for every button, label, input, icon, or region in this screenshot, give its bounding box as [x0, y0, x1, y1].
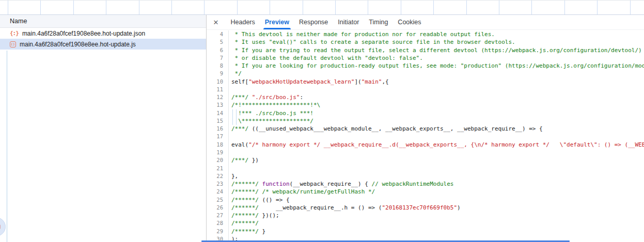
floating-overlay-bubble[interactable]: [0, 217, 6, 236]
code-line: 29/******/ }: [207, 228, 644, 235]
line-number[interactable]: 25: [207, 196, 228, 204]
line-content: * This devtool is neither made for produ…: [228, 30, 644, 38]
line-number[interactable]: 18: [207, 141, 228, 149]
indent-guide: [236, 109, 237, 117]
code-token: /***/: [231, 94, 252, 101]
name-column-header[interactable]: Name: [0, 15, 206, 28]
line-number[interactable]: 9: [207, 70, 228, 77]
line-number[interactable]: 10: [207, 78, 228, 86]
line-content: * If you are looking for production-read…: [228, 62, 644, 70]
line-number[interactable]: 23: [207, 180, 228, 188]
detail-tabs: HeadersPreviewResponseInitiatorTimingCoo…: [226, 15, 426, 29]
code-token: "/* harmony export */ __webpack_require_…: [248, 141, 644, 148]
code-token: function: [262, 181, 290, 187]
line-content: * or disable the default devtool with "d…: [228, 54, 644, 62]
line-number[interactable]: 12: [207, 93, 228, 101]
code-token: /******/: [231, 197, 262, 203]
devtools-network-panel: Name {:}main.4a6f28a0fcef1908e8ee.hot-up…: [0, 0, 644, 242]
request-row[interactable]: {:}main.4a6f28a0fcef1908e8ee.hot-update.…: [0, 28, 206, 39]
line-content: /******/ __webpack_require__.h = () => (…: [228, 204, 644, 212]
code-token: */: [231, 70, 242, 77]
line-number[interactable]: 22: [207, 172, 228, 180]
code-token: },: [231, 173, 238, 180]
line-number[interactable]: 14: [207, 109, 228, 117]
line-number[interactable]: 20: [207, 156, 228, 164]
code-token: ): [457, 204, 461, 211]
line-number[interactable]: 19: [207, 149, 228, 156]
request-rows: {:}main.4a6f28a0fcef1908e8ee.hot-update.…: [0, 28, 206, 50]
line-number[interactable]: 8: [207, 62, 228, 70]
code-token: /******/: [231, 228, 262, 235]
line-number[interactable]: 17: [207, 133, 228, 140]
line-number[interactable]: 15: [207, 117, 228, 125]
code-line: 23/******/ function(__webpack_require__)…: [207, 180, 644, 188]
code-line: 7 * or disable the default devtool with …: [207, 54, 644, 62]
line-number[interactable]: 7: [207, 54, 228, 62]
preview-code-view[interactable]: 4 * This devtool is neither made for pro…: [207, 30, 644, 242]
line-content: /***/ "./src/boo.js":: [228, 93, 644, 101]
code-line: 12/***/ "./src/boo.js":: [207, 93, 644, 101]
code-line: 21: [207, 165, 644, 172]
code-line: 4 * This devtool is neither made for pro…: [207, 30, 644, 38]
line-number[interactable]: 28: [207, 219, 228, 227]
request-detail-pane: ✕ HeadersPreviewResponseInitiatorTimingC…: [207, 15, 644, 242]
tab-response[interactable]: Response: [294, 15, 333, 29]
json-file-icon: {:}: [10, 30, 19, 37]
request-row[interactable]: ()main.4a6f28a0fcef1908e8ee.hot-update.j…: [0, 39, 206, 50]
line-number[interactable]: 13: [207, 101, 228, 109]
line-content: /******/ /* webpack/runtime/getFullHash …: [228, 188, 644, 196]
code-token: * This devtool is neither made for produ…: [231, 31, 495, 38]
line-content: self["webpackHotUpdatewebpack_learn"]("m…: [228, 78, 644, 86]
sidebar-vertical-rule: [7, 51, 7, 242]
code-token: // webpackRuntimeModules: [372, 181, 454, 187]
code-token: "20168137ec70f669f0b5": [382, 204, 457, 211]
indent-guide: [232, 117, 233, 125]
code-token: ((__unused_webpack___webpack_module__, _…: [252, 125, 543, 132]
tab-initiator[interactable]: Initiator: [333, 15, 364, 29]
line-content: * If you are trying to read the output f…: [228, 46, 644, 54]
indent-guide: [236, 117, 237, 125]
code-line: 18eval("/* harmony export */ __webpack_r…: [207, 141, 644, 149]
code-token: * If you are trying to read the output f…: [231, 47, 642, 54]
line-content: */: [228, 70, 644, 77]
code-token: /******/: [231, 181, 262, 187]
line-number[interactable]: 11: [207, 86, 228, 93]
line-content: [228, 165, 644, 172]
line-content: /******/: [228, 219, 644, 227]
code-token: /*!********************!*\: [231, 102, 320, 108]
line-number[interactable]: 24: [207, 188, 228, 196]
line-content: /******/ })();: [228, 212, 644, 219]
code-token: /***/: [231, 157, 252, 164]
code-token: * If you are looking for production-read…: [231, 62, 644, 69]
code-line: 25/******/ (() => {: [207, 196, 644, 204]
code-token: }: [262, 228, 266, 235]
name-column-label: Name: [10, 18, 27, 25]
line-number[interactable]: 6: [207, 46, 228, 54]
network-overview-strip[interactable]: [0, 0, 644, 15]
request-name: main.4a6f28a0fcef1908e8ee.hot-update.jso…: [22, 30, 145, 37]
line-number[interactable]: 21: [207, 165, 228, 172]
code-line: 26/******/ __webpack_require__.h = () =>…: [207, 204, 644, 212]
close-icon[interactable]: ✕: [210, 17, 222, 28]
line-number[interactable]: 29: [207, 228, 228, 235]
line-number[interactable]: 5: [207, 38, 228, 46]
line-number[interactable]: 16: [207, 125, 228, 133]
code-token: })();: [262, 212, 279, 219]
code-token: ,{: [382, 78, 388, 85]
tab-timing[interactable]: Timing: [364, 15, 393, 29]
script-file-icon: (): [10, 41, 16, 47]
detail-tabbar: ✕ HeadersPreviewResponseInitiatorTimingC…: [207, 15, 644, 30]
line-number[interactable]: 26: [207, 204, 228, 212]
tab-preview[interactable]: Preview: [260, 15, 294, 29]
tab-headers[interactable]: Headers: [226, 15, 260, 29]
line-content: [228, 133, 644, 140]
code-token: /******/: [231, 204, 262, 211]
code-line: 11: [207, 86, 644, 93]
request-table: Name {:}main.4a6f28a0fcef1908e8ee.hot-up…: [0, 15, 207, 242]
tab-cookies[interactable]: Cookies: [393, 15, 426, 29]
line-content: !*** ./src/boo.js ***!: [228, 109, 644, 117]
code-token: }): [252, 157, 259, 164]
code-token: "webpackHotUpdatewebpack_learn": [248, 78, 354, 85]
line-number[interactable]: 4: [207, 30, 228, 38]
line-number[interactable]: 27: [207, 212, 228, 219]
